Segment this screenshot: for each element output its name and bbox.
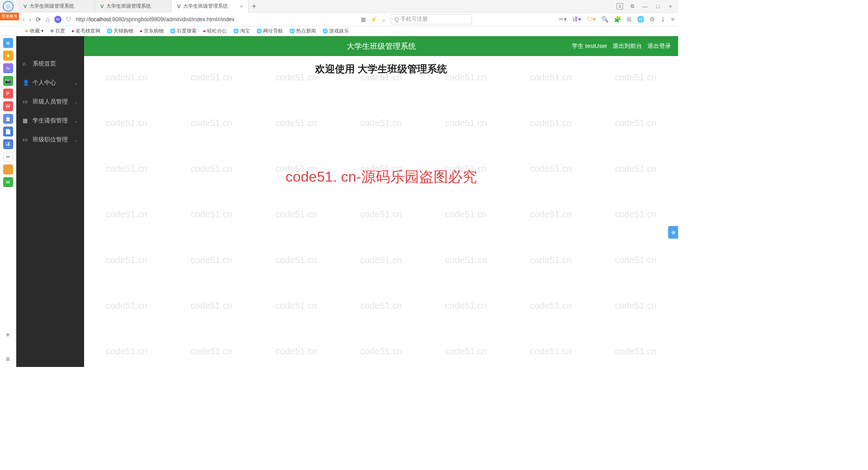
close-window-icon[interactable]: × [667,3,674,9]
ai-icon[interactable]: AI [54,16,61,23]
menu-icon[interactable]: ≡ [671,16,675,23]
globe-icon: 🌐 [170,28,175,33]
browser-tab[interactable]: V 大学生班级管理系统 [18,0,95,13]
settings-icon[interactable]: ⚙ [650,16,655,23]
home-icon: ⌂ [23,61,29,67]
zoom-icon[interactable]: 🔍 [601,16,609,23]
rail-menu-icon[interactable]: ≡ [6,355,10,363]
watermark-text: code51.cn [106,346,147,357]
shield-icon[interactable]: 🛡 [66,16,71,23]
bookmark-item[interactable]: ●京东购物 [140,28,164,34]
sidebar-item-positions[interactable]: ▭ 班级职位管理 ⌄ [16,130,84,149]
app-title: 大学生班级管理系统 [347,41,416,52]
minimize-icon[interactable]: — [642,3,648,9]
search-placeholder: 手机号注册 [401,15,428,23]
vue-icon: V [177,4,180,9]
rail-icon[interactable]: W [3,101,13,111]
sidebar-label: 班级人员管理 [33,98,68,106]
watermark-text: code51.cn [360,346,402,357]
close-icon[interactable]: × [240,4,243,9]
back-icon[interactable]: ‹ [23,16,25,23]
browser-tabs: V 大学生班级管理系统 V 大学生班级管理系统 V 大学生班级管理系统 × + … [0,0,678,13]
bookmark-item[interactable]: 🌐网址导航 [256,28,283,34]
bookmark-label: 收藏 [30,28,40,34]
grid-icon: ▦ [23,118,29,124]
user-icon: 👤 [23,80,29,86]
sidebar-item-home[interactable]: ⌂ 系统首页 [16,54,84,73]
url-input[interactable]: http://localhost:8080/springboot9809i/ad… [76,16,356,23]
scissors-icon[interactable]: ✂▾ [559,16,567,23]
sidebar-item-profile[interactable]: 👤 个人中心 ⌄ [16,73,84,92]
bookmark-fav[interactable]: ★收藏 ▾ [24,28,44,34]
globe-icon[interactable]: 🌐 [637,16,644,23]
left-rail: ⊕ ★ AI 📷 P W 📋 📄 译 ✂ 🔆 ✉ + ≡ [0,36,16,367]
translate-icon[interactable]: 译▾ [572,15,581,24]
watermark-text: code51.cn [190,255,232,265]
watermark-text: code51.cn [106,301,147,311]
apps-icon[interactable]: ⊞ [627,16,632,23]
bookmark-item[interactable]: 🌐热点新闻 [289,28,316,34]
rail-icon[interactable]: ✂ [3,152,13,162]
watermark-text: code51.cn [190,118,232,128]
reload-icon[interactable]: ⟳ [36,16,41,23]
bookmark-item[interactable]: 🌐百度搜索 [170,28,197,34]
sidebar-item-class-members[interactable]: ▭ 班级人员管理 ⌄ [16,92,84,111]
globe-icon: 🌐 [256,28,262,33]
rail-icon[interactable]: 🔆 [3,164,13,174]
watermark-text: code51.cn [275,118,317,128]
bookmark-label: 网址导航 [263,28,283,34]
security-icon[interactable]: 🛡▾ [587,16,596,23]
rail-icon[interactable]: 译 [3,139,13,149]
watermark-text: code51.cn [530,209,571,220]
logout-link[interactable]: 退出登录 [647,42,671,50]
floating-side-button[interactable]: ⊕ [668,226,678,239]
watermark-text: code51.cn [530,301,571,311]
browser-tab[interactable]: V 大学生班级管理系统 [95,0,172,13]
sidebar-item-leave[interactable]: ▦ 学生请假管理 ⌄ [16,111,84,130]
search-input[interactable]: Q 手机号注册 [391,14,472,24]
browser-tab-active[interactable]: V 大学生班级管理系统 × [172,0,249,13]
rail-icon[interactable]: ★ [3,51,13,61]
tab-title: 大学生班级管理系统 [183,3,228,9]
dropdown-icon[interactable]: ⌄ [382,16,386,23]
bookmark-item[interactable]: ●老毛桃官网 [71,28,100,34]
sidebar-label: 班级职位管理 [33,136,68,144]
rail-icon[interactable]: ✉ [3,177,13,187]
rail-icon[interactable]: 📷 [3,76,13,86]
rail-icon[interactable]: AI [3,63,13,73]
rail-icon[interactable]: 📄 [3,127,13,136]
chevron-down-icon: ⌄ [74,80,78,85]
bookmark-item[interactable]: ❋百度 [50,28,65,34]
rail-icon[interactable]: 📋 [3,114,13,124]
download-icon[interactable]: ⤓ [660,16,665,23]
rail-add-button[interactable]: + [6,331,10,339]
forward-icon[interactable]: › [29,16,32,23]
globe-icon: 🌐 [233,28,239,33]
app-header: 大学生班级管理系统 学生 testUser 退出到前台 退出登录 [84,36,678,56]
watermark-center: code51. cn-源码乐园盗图必究 [84,167,678,187]
globe-icon: 🌐 [289,28,295,33]
watermark-text: code51.cn [360,255,402,265]
watermark-text: code51.cn [106,118,147,128]
bookmark-item[interactable]: 🌐游戏娱乐 [322,28,349,34]
vue-icon: V [100,4,104,9]
globe-icon: 🌐 [322,28,328,33]
bookmark-item[interactable]: 🌐淘宝 [233,28,250,34]
watermark-text: code51.cn [360,118,402,128]
login-badge[interactable]: 登录账号 [0,13,19,20]
qr-icon[interactable]: ▦ [361,16,366,23]
home-icon[interactable]: ⌂ [46,16,49,23]
maximize-icon[interactable]: □ [655,3,661,9]
tab-overview-icon[interactable]: ⧉ [629,3,636,9]
goto-front-link[interactable]: 退出到前台 [613,42,642,50]
rail-icon[interactable]: P [3,89,13,99]
speed-icon[interactable]: ⚡ [370,16,377,23]
bookmark-item[interactable]: ●轻松办公 [203,28,227,34]
content-wrap: ⌂ 系统首页 👤 个人中心 ⌄ ▭ 班级人员管理 ⌄ ▦ 学生请假管理 ⌄ ▭ … [16,36,678,367]
bookmark-item[interactable]: 🌐天猫购物 [107,28,133,34]
extension-icon[interactable]: 🧩 [614,16,621,23]
new-tab-button[interactable]: + [249,2,259,10]
baidu-icon: ❋ [50,28,54,33]
rail-icon[interactable]: ⊕ [3,38,13,48]
tab-count[interactable]: 3 [617,3,623,9]
